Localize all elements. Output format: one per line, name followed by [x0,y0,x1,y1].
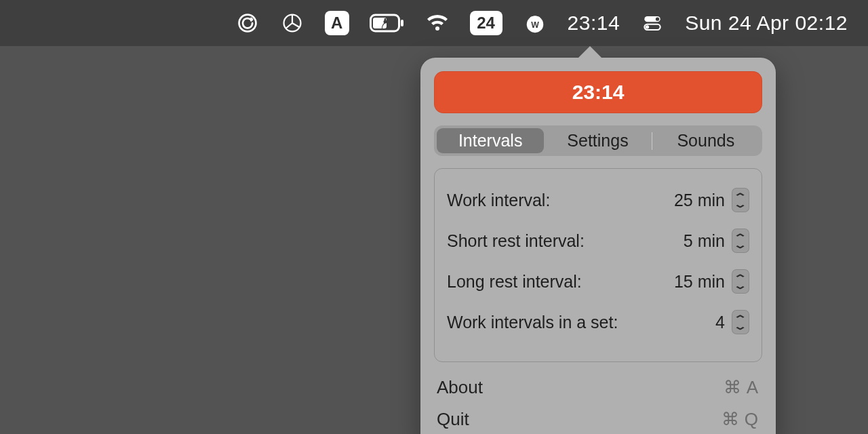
svg-rect-3 [401,20,403,26]
menubar-datetime[interactable]: Sun 24 Apr 02:12 [685,12,848,35]
intervals-in-set-stepper[interactable]: ⌃ ⌄ [732,310,749,334]
long-rest-label: Long rest interval: [447,272,664,292]
menubar: A 24 W 23:14 [0,0,868,46]
control-center-icon[interactable] [640,11,665,35]
work-interval-label: Work interval: [447,191,664,210]
about-label: About [437,377,483,398]
tab-settings[interactable]: Settings [544,128,651,153]
quit-shortcut-key: Q [745,409,760,430]
row-work-interval: Work interval: 25 min ⌃ ⌄ [447,180,749,220]
popover-footer: About ⌘ A Quit ⌘ Q [434,372,762,434]
svg-point-10 [656,18,659,21]
menu-quit[interactable]: Quit ⌘ Q [434,403,762,434]
short-rest-label: Short rest interval: [447,231,664,251]
svg-point-12 [646,25,649,28]
popover: 23:14 Intervals Settings Sounds Work int… [420,58,776,434]
quit-label: Quit [437,409,469,430]
svg-point-5 [383,20,387,24]
popover-arrow [578,46,602,58]
quit-shortcut: ⌘ Q [722,409,760,430]
work-interval-stepper[interactable]: ⌃ ⌄ [732,188,749,212]
chevron-down-icon: ⌄ [733,282,748,289]
menu-about[interactable]: About ⌘ A [434,372,762,403]
row-intervals-in-set: Work intervals in a set: 4 ⌃ ⌄ [447,302,749,342]
intervals-panel: Work interval: 25 min ⌃ ⌄ Short rest int… [434,168,762,362]
long-rest-stepper[interactable]: ⌃ ⌄ [732,269,749,294]
command-icon: ⌘ [724,377,743,398]
intervals-in-set-label: Work intervals in a set: [447,313,664,332]
tomato-timer-icon[interactable]: W [523,11,547,35]
svg-rect-6 [384,18,386,20]
svg-point-0 [239,15,256,32]
tabs: Intervals Settings Sounds [434,125,762,156]
about-shortcut-key: A [747,377,760,398]
menubar-timer-clock[interactable]: 23:14 [568,12,620,35]
short-rest-stepper[interactable]: ⌃ ⌄ [732,229,749,253]
row-short-rest: Short rest interval: 5 min ⌃ ⌄ [447,220,749,261]
tab-sounds[interactable]: Sounds [652,128,760,153]
work-interval-value: 25 min [664,191,732,210]
long-rest-value: 15 min [664,272,732,292]
command-icon: ⌘ [722,409,741,430]
input-source-badge[interactable]: A [325,11,349,35]
grammarly-icon[interactable] [235,11,260,35]
about-shortcut: ⌘ A [724,377,760,398]
pie-icon[interactable] [280,11,304,35]
wifi-icon[interactable] [425,11,450,35]
short-rest-value: 5 min [664,231,732,251]
chevron-down-icon: ⌄ [733,241,748,248]
tab-intervals[interactable]: Intervals [437,128,544,153]
intervals-in-set-value: 4 [664,313,732,332]
svg-text:W: W [531,20,539,30]
row-long-rest: Long rest interval: 15 min ⌃ ⌄ [447,261,749,302]
chevron-down-icon: ⌄ [733,201,748,208]
timer-display[interactable]: 23:14 [434,71,762,113]
calendar-badge[interactable]: 24 [470,11,502,35]
battery-charging-icon[interactable] [370,11,405,35]
chevron-down-icon: ⌄ [733,323,748,330]
